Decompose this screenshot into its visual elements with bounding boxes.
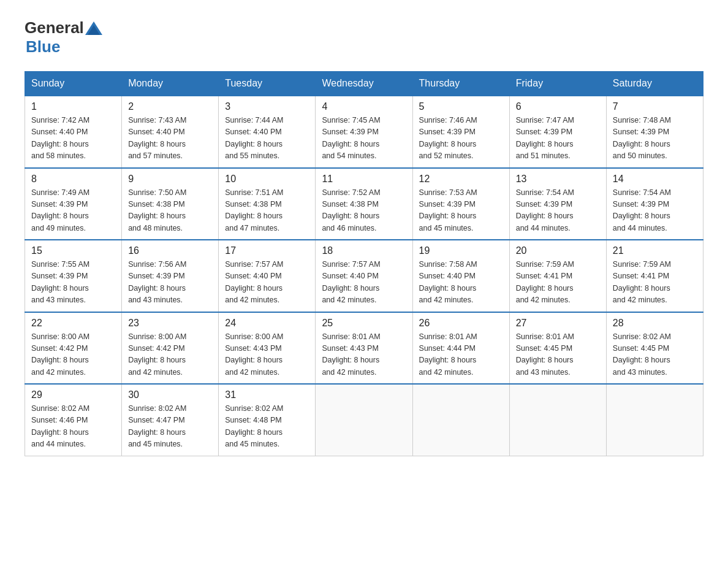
column-header-wednesday: Wednesday — [316, 72, 412, 96]
day-info: Sunrise: 8:02 AM Sunset: 4:45 PM Dayligh… — [613, 331, 697, 379]
calendar-cell: 15 Sunrise: 7:55 AM Sunset: 4:39 PM Dayl… — [25, 240, 122, 312]
calendar-cell: 23 Sunrise: 8:00 AM Sunset: 4:42 PM Dayl… — [122, 312, 219, 385]
calendar-week-5: 29 Sunrise: 8:02 AM Sunset: 4:46 PM Dayl… — [25, 384, 703, 456]
day-number: 3 — [225, 101, 309, 112]
calendar-cell: 11 Sunrise: 7:52 AM Sunset: 4:38 PM Dayl… — [316, 168, 412, 240]
day-number: 5 — [419, 101, 503, 112]
day-info: Sunrise: 7:46 AM Sunset: 4:39 PM Dayligh… — [419, 115, 503, 163]
day-info: Sunrise: 7:59 AM Sunset: 4:41 PM Dayligh… — [516, 259, 600, 307]
calendar-cell — [509, 384, 606, 456]
day-number: 12 — [419, 174, 503, 185]
day-number: 8 — [31, 174, 115, 185]
day-number: 4 — [322, 101, 406, 112]
day-info: Sunrise: 8:01 AM Sunset: 4:44 PM Dayligh… — [419, 331, 503, 379]
column-header-monday: Monday — [122, 72, 219, 96]
calendar-cell: 20 Sunrise: 7:59 AM Sunset: 4:41 PM Dayl… — [509, 240, 606, 312]
day-info: Sunrise: 7:57 AM Sunset: 4:40 PM Dayligh… — [322, 259, 406, 307]
calendar-cell: 3 Sunrise: 7:44 AM Sunset: 4:40 PM Dayli… — [219, 96, 316, 168]
calendar-cell: 16 Sunrise: 7:56 AM Sunset: 4:39 PM Dayl… — [122, 240, 219, 312]
calendar-cell: 7 Sunrise: 7:48 AM Sunset: 4:39 PM Dayli… — [606, 96, 703, 168]
calendar-cell: 6 Sunrise: 7:47 AM Sunset: 4:39 PM Dayli… — [509, 96, 606, 168]
calendar-table: SundayMondayTuesdayWednesdayThursdayFrid… — [25, 71, 703, 456]
day-number: 15 — [31, 245, 115, 256]
day-number: 16 — [128, 245, 212, 256]
calendar-cell: 30 Sunrise: 8:02 AM Sunset: 4:47 PM Dayl… — [122, 384, 219, 456]
day-number: 28 — [613, 318, 697, 329]
day-info: Sunrise: 7:59 AM Sunset: 4:41 PM Dayligh… — [613, 259, 697, 307]
calendar-cell: 2 Sunrise: 7:43 AM Sunset: 4:40 PM Dayli… — [122, 96, 219, 168]
day-info: Sunrise: 7:47 AM Sunset: 4:39 PM Dayligh… — [516, 115, 600, 163]
day-info: Sunrise: 8:01 AM Sunset: 4:45 PM Dayligh… — [516, 331, 600, 379]
day-info: Sunrise: 7:58 AM Sunset: 4:40 PM Dayligh… — [419, 259, 503, 307]
calendar-cell: 18 Sunrise: 7:57 AM Sunset: 4:40 PM Dayl… — [316, 240, 412, 312]
day-info: Sunrise: 7:48 AM Sunset: 4:39 PM Dayligh… — [613, 115, 697, 163]
calendar-cell: 25 Sunrise: 8:01 AM Sunset: 4:43 PM Dayl… — [316, 312, 412, 385]
day-number: 30 — [128, 389, 212, 400]
logo-blue-text: Blue — [26, 37, 60, 56]
calendar-cell: 26 Sunrise: 8:01 AM Sunset: 4:44 PM Dayl… — [412, 312, 509, 385]
calendar-week-2: 8 Sunrise: 7:49 AM Sunset: 4:39 PM Dayli… — [25, 168, 703, 240]
day-number: 14 — [613, 174, 697, 185]
day-number: 23 — [128, 318, 212, 329]
calendar-cell: 17 Sunrise: 7:57 AM Sunset: 4:40 PM Dayl… — [219, 240, 316, 312]
day-number: 22 — [31, 318, 115, 329]
day-number: 25 — [322, 318, 406, 329]
day-info: Sunrise: 8:02 AM Sunset: 4:46 PM Dayligh… — [31, 403, 115, 451]
calendar-cell: 13 Sunrise: 7:54 AM Sunset: 4:39 PM Dayl… — [509, 168, 606, 240]
calendar-cell: 31 Sunrise: 8:02 AM Sunset: 4:48 PM Dayl… — [219, 384, 316, 456]
day-number: 21 — [613, 245, 697, 256]
day-info: Sunrise: 7:52 AM Sunset: 4:38 PM Dayligh… — [322, 187, 406, 235]
day-info: Sunrise: 8:01 AM Sunset: 4:43 PM Dayligh… — [322, 331, 406, 379]
calendar-week-4: 22 Sunrise: 8:00 AM Sunset: 4:42 PM Dayl… — [25, 312, 703, 385]
day-number: 1 — [31, 101, 115, 112]
logo-general-text: General — [25, 18, 84, 37]
day-info: Sunrise: 7:53 AM Sunset: 4:39 PM Dayligh… — [419, 187, 503, 235]
calendar-cell: 5 Sunrise: 7:46 AM Sunset: 4:39 PM Dayli… — [412, 96, 509, 168]
calendar-cell: 14 Sunrise: 7:54 AM Sunset: 4:39 PM Dayl… — [606, 168, 703, 240]
day-number: 10 — [225, 174, 309, 185]
calendar-cell: 24 Sunrise: 8:00 AM Sunset: 4:43 PM Dayl… — [219, 312, 316, 385]
day-number: 19 — [419, 245, 503, 256]
calendar-cell — [606, 384, 703, 456]
day-info: Sunrise: 7:49 AM Sunset: 4:39 PM Dayligh… — [31, 187, 115, 235]
day-number: 27 — [516, 318, 600, 329]
calendar-cell: 29 Sunrise: 8:02 AM Sunset: 4:46 PM Dayl… — [25, 384, 122, 456]
day-info: Sunrise: 7:50 AM Sunset: 4:38 PM Dayligh… — [128, 187, 212, 235]
day-info: Sunrise: 7:43 AM Sunset: 4:40 PM Dayligh… — [128, 115, 212, 163]
column-header-tuesday: Tuesday — [219, 72, 316, 96]
calendar-cell: 4 Sunrise: 7:45 AM Sunset: 4:39 PM Dayli… — [316, 96, 412, 168]
calendar-cell: 1 Sunrise: 7:42 AM Sunset: 4:40 PM Dayli… — [25, 96, 122, 168]
calendar-cell: 28 Sunrise: 8:02 AM Sunset: 4:45 PM Dayl… — [606, 312, 703, 385]
day-number: 29 — [31, 389, 115, 400]
day-info: Sunrise: 7:44 AM Sunset: 4:40 PM Dayligh… — [225, 115, 309, 163]
day-info: Sunrise: 7:56 AM Sunset: 4:39 PM Dayligh… — [128, 259, 212, 307]
calendar-cell: 12 Sunrise: 7:53 AM Sunset: 4:39 PM Dayl… — [412, 168, 509, 240]
day-info: Sunrise: 7:51 AM Sunset: 4:38 PM Dayligh… — [225, 187, 309, 235]
column-header-sunday: Sunday — [25, 72, 122, 96]
day-info: Sunrise: 7:54 AM Sunset: 4:39 PM Dayligh… — [613, 187, 697, 235]
day-number: 24 — [225, 318, 309, 329]
calendar-cell — [316, 384, 412, 456]
day-number: 31 — [225, 389, 309, 400]
calendar-cell: 27 Sunrise: 8:01 AM Sunset: 4:45 PM Dayl… — [509, 312, 606, 385]
logo-icon — [85, 21, 102, 35]
day-info: Sunrise: 8:00 AM Sunset: 4:43 PM Dayligh… — [225, 331, 309, 379]
day-info: Sunrise: 7:54 AM Sunset: 4:39 PM Dayligh… — [516, 187, 600, 235]
calendar-week-1: 1 Sunrise: 7:42 AM Sunset: 4:40 PM Dayli… — [25, 96, 703, 168]
calendar-header: SundayMondayTuesdayWednesdayThursdayFrid… — [25, 72, 703, 96]
column-header-friday: Friday — [509, 72, 606, 96]
day-info: Sunrise: 7:57 AM Sunset: 4:40 PM Dayligh… — [225, 259, 309, 307]
calendar-week-3: 15 Sunrise: 7:55 AM Sunset: 4:39 PM Dayl… — [25, 240, 703, 312]
day-number: 13 — [516, 174, 600, 185]
page-header: General Blue — [25, 18, 703, 56]
calendar-cell: 19 Sunrise: 7:58 AM Sunset: 4:40 PM Dayl… — [412, 240, 509, 312]
calendar-cell: 8 Sunrise: 7:49 AM Sunset: 4:39 PM Dayli… — [25, 168, 122, 240]
day-number: 17 — [225, 245, 309, 256]
day-info: Sunrise: 7:55 AM Sunset: 4:39 PM Dayligh… — [31, 259, 115, 307]
day-number: 9 — [128, 174, 212, 185]
day-info: Sunrise: 8:00 AM Sunset: 4:42 PM Dayligh… — [31, 331, 115, 379]
day-info: Sunrise: 7:45 AM Sunset: 4:39 PM Dayligh… — [322, 115, 406, 163]
calendar-cell: 9 Sunrise: 7:50 AM Sunset: 4:38 PM Dayli… — [122, 168, 219, 240]
day-number: 11 — [322, 174, 406, 185]
day-number: 2 — [128, 101, 212, 112]
